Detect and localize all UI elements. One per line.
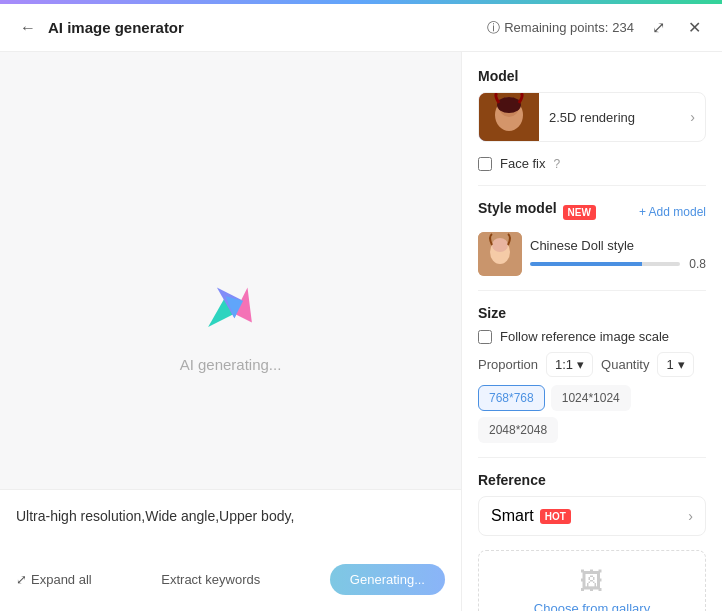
- size-section-title: Size: [478, 305, 706, 321]
- style-model-header: Style model NEW + Add model: [478, 200, 706, 224]
- reference-label-row: Smart HOT: [491, 507, 571, 525]
- reference-smart-row[interactable]: Smart HOT ›: [478, 496, 706, 536]
- quantity-value: 1: [666, 357, 673, 372]
- style-slider[interactable]: [530, 262, 680, 266]
- reference-section: Reference Smart HOT ›: [478, 472, 706, 536]
- remaining-label: Remaining points:: [504, 20, 608, 35]
- extract-keywords-button[interactable]: Extract keywords: [149, 566, 272, 593]
- model-label: 2.5D rendering: [539, 110, 690, 125]
- style-name: Chinese Doll style: [530, 238, 706, 253]
- page-title: AI image generator: [48, 19, 184, 36]
- prompt-input[interactable]: [16, 506, 445, 548]
- upload-area[interactable]: 🖼 Choose from gallary or Upload local im…: [478, 550, 706, 611]
- quantity-select[interactable]: 1 ▾: [657, 352, 693, 377]
- ai-logo-area: AI generating...: [180, 270, 282, 373]
- divider-2: [478, 290, 706, 291]
- top-bar-right: ⓘ Remaining points: 234 ⤢ ✕: [487, 16, 706, 40]
- reference-section-title: Reference: [478, 472, 706, 488]
- style-item: Chinese Doll style 0.8: [478, 232, 706, 276]
- close-button[interactable]: ✕: [682, 16, 706, 40]
- proportion-chevron-icon: ▾: [577, 357, 584, 372]
- style-info: Chinese Doll style 0.8: [530, 238, 706, 271]
- face-fix-checkbox[interactable]: [478, 157, 492, 171]
- model-section-title: Model: [478, 68, 706, 84]
- quantity-label: Quantity: [601, 357, 649, 372]
- expand-label: Expand all: [31, 572, 92, 587]
- face-fix-row: Face fix ?: [478, 156, 706, 171]
- model-preview-svg: [479, 93, 539, 141]
- size-chips: 768*768 1024*1024 2048*2048: [478, 385, 706, 443]
- generating-text: AI generating...: [180, 356, 282, 373]
- model-chevron-icon: ›: [690, 109, 705, 125]
- style-model-title: Style model: [478, 200, 557, 216]
- face-fix-label: Face fix: [500, 156, 546, 171]
- size-chip-768[interactable]: 768*768: [478, 385, 545, 411]
- expand-all-button[interactable]: ⤢ Expand all: [16, 572, 92, 587]
- proportion-row: Proportion 1:1 ▾ Quantity 1 ▾: [478, 352, 706, 377]
- ai-logo: [195, 270, 265, 340]
- right-panel: Model: [462, 52, 722, 611]
- proportion-value: 1:1: [555, 357, 573, 372]
- prompt-actions: ⤢ Expand all Extract keywords Generating…: [16, 564, 445, 595]
- model-selector[interactable]: 2.5D rendering ›: [478, 92, 706, 142]
- info-icon: ⓘ: [487, 19, 500, 37]
- style-slider-row: 0.8: [530, 257, 706, 271]
- follow-scale-label: Follow reference image scale: [500, 329, 669, 344]
- remaining-points: ⓘ Remaining points: 234: [487, 19, 634, 37]
- left-panel: AI generating... ⤢ Expand all Extract ke…: [0, 52, 462, 611]
- expand-icon: ⤢: [16, 572, 27, 587]
- add-model-link[interactable]: + Add model: [639, 205, 706, 219]
- reference-chevron-icon: ›: [688, 508, 693, 524]
- size-chip-1024[interactable]: 1024*1024: [551, 385, 631, 411]
- model-thumbnail: [479, 93, 539, 141]
- new-badge: NEW: [563, 205, 596, 220]
- divider-3: [478, 457, 706, 458]
- back-button[interactable]: ←: [16, 16, 40, 40]
- style-thumb-inner: [478, 232, 522, 276]
- style-value: 0.8: [686, 257, 706, 271]
- prompt-area: ⤢ Expand all Extract keywords Generating…: [0, 489, 461, 611]
- reference-smart-label: Smart: [491, 507, 534, 525]
- divider-1: [478, 185, 706, 186]
- quantity-chevron-icon: ▾: [678, 357, 685, 372]
- remaining-value: 234: [612, 20, 634, 35]
- style-preview-svg: [478, 232, 522, 276]
- choose-from-gallery-link[interactable]: Choose from gallary: [534, 601, 650, 611]
- svg-point-10: [492, 238, 508, 252]
- upload-icon: 🖼: [580, 567, 604, 595]
- model-image-inner: [479, 93, 539, 141]
- proportion-label: Proportion: [478, 357, 538, 372]
- top-bar-left: ← AI image generator: [16, 16, 184, 40]
- size-section: Size Follow reference image scale Propor…: [478, 305, 706, 443]
- top-bar: ← AI image generator ⓘ Remaining points:…: [0, 4, 722, 52]
- external-button[interactable]: ⤢: [646, 16, 670, 40]
- follow-scale-row: Follow reference image scale: [478, 329, 706, 344]
- follow-scale-checkbox[interactable]: [478, 330, 492, 344]
- face-fix-help-icon[interactable]: ?: [554, 157, 561, 171]
- model-section: Model: [478, 68, 706, 142]
- proportion-select[interactable]: 1:1 ▾: [546, 352, 593, 377]
- size-chip-2048[interactable]: 2048*2048: [478, 417, 558, 443]
- hot-badge: HOT: [540, 509, 571, 524]
- style-thumbnail: [478, 232, 522, 276]
- style-model-section: Style model NEW + Add model: [478, 200, 706, 276]
- svg-point-7: [497, 97, 521, 113]
- generating-button[interactable]: Generating...: [330, 564, 445, 595]
- main-content: AI generating... ⤢ Expand all Extract ke…: [0, 52, 722, 611]
